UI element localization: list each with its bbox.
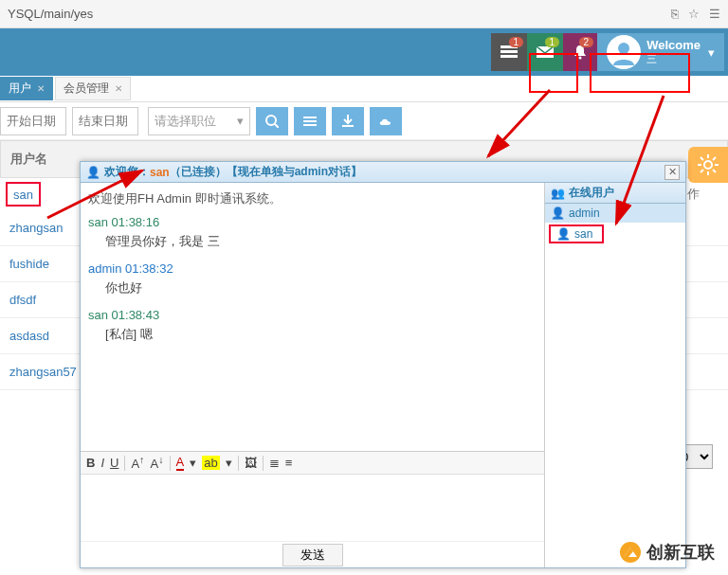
title-suffix: 【现在单独与admin对话】 — [227, 164, 362, 180]
bell-badge: 2 — [579, 37, 594, 47]
bold-button[interactable]: B — [86, 456, 95, 470]
avatar — [607, 35, 641, 69]
chat-dialog: 👤 欢迎您： san （已连接） 【现在单独与admin对话】 ✕ 欢迎使用FH… — [80, 161, 686, 568]
top-header: 1 1 2 Welcome 三 ▾ — [0, 28, 728, 76]
logo-icon — [620, 542, 641, 563]
user-row-san[interactable]: san — [6, 182, 41, 207]
font-down-button[interactable]: A↓ — [151, 454, 164, 471]
address-bar: YSQL/main/yes ⎘ ☆ ☰ — [0, 0, 728, 28]
message-input[interactable] — [81, 475, 544, 541]
settings-gear[interactable] — [688, 147, 728, 183]
svg-point-6 — [266, 116, 276, 125]
translate-icon[interactable]: ⎘ — [671, 7, 679, 21]
font-up-button[interactable]: A↑ — [131, 454, 144, 471]
watermark-text: 创新互联 — [646, 541, 715, 564]
col-op: 作 — [687, 186, 700, 203]
svg-line-19 — [713, 157, 716, 160]
image-button[interactable]: 🖼 — [245, 456, 257, 470]
bell-button[interactable]: 2 — [563, 33, 597, 71]
system-line: 欢迎使用FH Admin 即时通讯系统。 — [88, 190, 537, 207]
chevron-down-icon: ▾ — [708, 45, 715, 60]
role-select[interactable]: 请选择职位 ▾ — [148, 107, 250, 135]
font-color-button[interactable]: A — [176, 455, 185, 471]
online-user-san[interactable]: 👤 san — [549, 225, 604, 243]
users-icon: 👥 — [551, 187, 565, 200]
title-user: san — [150, 166, 170, 179]
start-date-input[interactable] — [0, 107, 66, 135]
watermark: 创新互联 — [620, 541, 715, 564]
tab-user-label: 用户 — [9, 81, 31, 97]
italic-button[interactable]: I — [100, 456, 104, 470]
tabs: 用户 ✕ 会员管理 ✕ — [0, 76, 728, 102]
user-icon: 👤 — [86, 166, 100, 179]
tab-user[interactable]: 用户 ✕ — [0, 77, 53, 100]
svg-line-18 — [701, 170, 703, 172]
online-user-admin[interactable]: 👤 admin — [545, 204, 685, 223]
mail-badge: 1 — [545, 37, 560, 47]
online-panel: 👥 在线用户 👤 admin 👤 san — [545, 183, 685, 567]
search-button[interactable] — [256, 107, 288, 135]
svg-rect-2 — [500, 55, 518, 58]
list-button[interactable] — [294, 107, 326, 135]
svg-rect-1 — [500, 50, 518, 53]
editor-toolbar: B I U A↑ A↓ A▾ ab▾ 🖼 ≣ ≡ — [81, 452, 544, 475]
msg-text: [私信] 嗯 — [88, 324, 537, 350]
svg-line-7 — [275, 124, 279, 128]
col-username: 用户名 — [1, 151, 57, 168]
cloud-button[interactable] — [370, 107, 402, 135]
svg-line-16 — [701, 157, 703, 160]
mail-button[interactable]: 1 — [527, 33, 563, 71]
msg-meta: admin 01:38:32 — [88, 261, 537, 276]
title-prefix: 欢迎您： — [104, 164, 150, 180]
msg-meta: san 01:38:43 — [88, 308, 537, 322]
dialog-title-bar[interactable]: 👤 欢迎您： san （已连接） 【现在单独与admin对话】 ✕ — [81, 162, 685, 183]
msg-text: 你也好 — [88, 278, 537, 304]
highlight-button[interactable]: ab — [202, 456, 219, 470]
star-icon[interactable]: ☆ — [688, 7, 700, 21]
ul-button[interactable]: ≡ — [285, 456, 293, 470]
svg-point-5 — [618, 43, 629, 54]
svg-line-17 — [713, 170, 716, 172]
chat-area: 欢迎使用FH Admin 即时通讯系统。 san 01:38:16 管理员你好，… — [81, 183, 545, 567]
title-status: （已连接） — [170, 164, 227, 180]
tab-member[interactable]: 会员管理 ✕ — [55, 77, 131, 100]
end-date-input[interactable] — [72, 107, 138, 135]
tasks-badge: 1 — [509, 37, 524, 47]
welcome-label: Welcome — [646, 38, 701, 52]
send-button[interactable]: 发送 — [282, 544, 343, 566]
close-icon[interactable]: ✕ — [115, 83, 122, 94]
chat-log[interactable]: 欢迎使用FH Admin 即时通讯系统。 san 01:38:16 管理员你好，… — [81, 183, 544, 452]
tasks-button[interactable]: 1 — [491, 33, 527, 71]
user-menu[interactable]: Welcome 三 ▾ — [597, 33, 724, 71]
close-icon[interactable]: ✕ — [37, 83, 45, 94]
close-button[interactable]: ✕ — [664, 165, 680, 180]
url-text: YSQL/main/yes — [8, 7, 671, 21]
user-icon: 👤 — [551, 207, 565, 220]
download-button[interactable] — [332, 107, 364, 135]
online-header: 👥 在线用户 — [545, 183, 685, 204]
ol-button[interactable]: ≣ — [269, 456, 280, 470]
user-icon: 👤 — [556, 227, 571, 241]
underline-button[interactable]: U — [110, 456, 118, 470]
tab-member-label: 会员管理 — [64, 81, 109, 97]
welcome-user: 三 — [646, 52, 701, 66]
chevron-down-icon: ▾ — [237, 114, 244, 128]
svg-point-4 — [579, 57, 582, 60]
toolbar: 请选择职位 ▾ — [0, 102, 728, 140]
menu-icon[interactable]: ☰ — [709, 7, 720, 21]
msg-meta: san 01:38:16 — [88, 215, 537, 229]
role-select-label: 请选择职位 — [155, 113, 216, 130]
svg-point-11 — [704, 161, 712, 169]
msg-text: 管理员你好，我是 三 — [88, 231, 537, 258]
